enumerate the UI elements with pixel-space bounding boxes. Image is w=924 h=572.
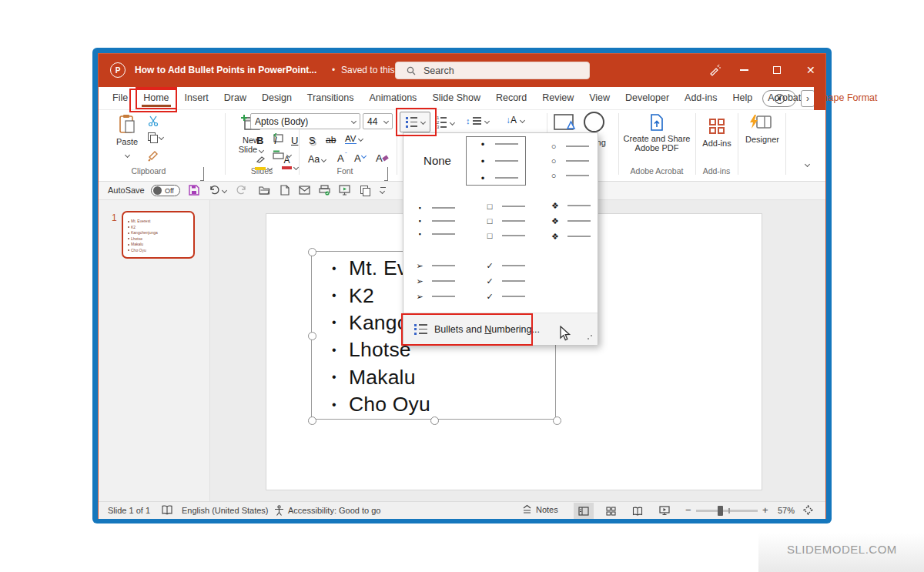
spellcheck-book-icon[interactable]: [162, 505, 172, 515]
laser-pen-icon[interactable]: [708, 64, 721, 76]
strikethrough-button[interactable]: ab: [326, 135, 336, 146]
create-share-pdf-label-line1: Create and Share: [622, 134, 691, 143]
open-button[interactable]: [259, 186, 270, 195]
collapse-ribbon-chevron-icon[interactable]: [805, 162, 810, 167]
search-box[interactable]: Search: [395, 62, 590, 79]
reading-view-button[interactable]: [628, 503, 648, 519]
format-painter-icon: [148, 150, 159, 162]
tab-insert[interactable]: Insert: [177, 87, 216, 109]
zoom-slider-track[interactable]: [696, 510, 758, 512]
change-case-button[interactable]: Aa: [308, 154, 326, 165]
text-direction-button[interactable]: ↓A: [506, 115, 524, 125]
notes-button[interactable]: Notes: [522, 504, 558, 514]
bullet-style-star[interactable]: ❖ ❖ ❖: [542, 196, 602, 246]
list-item: •Cho Oyu: [332, 391, 493, 418]
bullets-button[interactable]: [400, 112, 430, 132]
slide-thumbnail[interactable]: Mt. Everest K2 Kangchenjunga Lhotse Maka…: [122, 211, 195, 259]
print-preview-button[interactable]: [319, 185, 330, 196]
increase-font-button[interactable]: Aˆ: [337, 152, 344, 164]
autosave-toggle[interactable]: Off: [151, 185, 180, 196]
tab-design[interactable]: Design: [254, 87, 300, 109]
bullet-style-hollow-round[interactable]: ○ ○ ○: [537, 136, 598, 186]
ribbon-nav-chevron-button[interactable]: ›: [801, 90, 815, 107]
decrease-font-button[interactable]: A: [354, 152, 361, 164]
bullet-style-filled-round[interactable]: • • •: [466, 136, 526, 186]
record-button[interactable]: [762, 90, 796, 107]
editing-magnifier-icon[interactable]: [584, 112, 604, 132]
font-size-combo[interactable]: 44: [363, 113, 393, 129]
redo-button[interactable]: [236, 185, 246, 196]
close-icon[interactable]: ✕: [806, 65, 815, 75]
bullet-style-hollow-square[interactable]: □ □ □: [477, 196, 537, 246]
tab-slide-show[interactable]: Slide Show: [424, 87, 488, 109]
underline-button[interactable]: U: [291, 135, 298, 146]
tab-add-ins[interactable]: Add-ins: [677, 87, 725, 109]
font-name-combo[interactable]: Aptos (Body): [250, 113, 360, 129]
slideshow-view-button[interactable]: [654, 503, 675, 519]
language-indicator[interactable]: English (United States): [182, 506, 269, 515]
tab-view[interactable]: View: [581, 87, 618, 109]
format-painter-button[interactable]: [148, 150, 159, 165]
slideshow-view-icon: [659, 506, 670, 516]
ribbon-group-designer: Designer: [738, 110, 785, 182]
tab-developer[interactable]: Developer: [618, 87, 677, 109]
qat-more-button[interactable]: [380, 187, 387, 193]
tab-home[interactable]: Home: [136, 87, 176, 109]
resize-handle-bottom-left[interactable]: [308, 416, 316, 425]
zoom-level[interactable]: 57%: [778, 506, 795, 515]
title-separator-dot: •: [332, 65, 335, 75]
slide-sorter-view-button[interactable]: [601, 503, 621, 519]
bold-button[interactable]: B: [256, 135, 263, 146]
undo-button[interactable]: [209, 185, 226, 196]
copy-button[interactable]: [148, 132, 163, 142]
tab-record[interactable]: Record: [488, 87, 534, 109]
addins-button[interactable]: Add-ins: [699, 115, 735, 161]
resize-handle-bottom-right[interactable]: [553, 416, 561, 425]
zoom-in-button[interactable]: +: [762, 504, 768, 516]
bullet-style-check[interactable]: ✓ ✓ ✓: [477, 256, 537, 306]
change-case-chevron-icon: [321, 156, 326, 162]
powerpoint-logo-icon[interactable]: P: [110, 62, 126, 78]
bullet-style-arrow[interactable]: ➢ ➢ ➢: [407, 256, 467, 306]
addins-icon: [709, 119, 725, 134]
bullet-style-none[interactable]: None: [410, 138, 465, 182]
tab-help[interactable]: Help: [725, 87, 760, 109]
text-shadow-button[interactable]: S: [309, 135, 316, 146]
paste-button[interactable]: Paste: [111, 114, 143, 162]
numbering-button[interactable]: 123: [437, 116, 454, 129]
menu-resize-grip[interactable]: [585, 335, 593, 343]
start-slideshow-button[interactable]: [339, 185, 350, 196]
email-button[interactable]: [299, 186, 310, 195]
tab-review[interactable]: Review: [534, 87, 581, 109]
normal-view-button[interactable]: [574, 503, 594, 519]
resize-handle-bottom-mid[interactable]: [430, 416, 439, 425]
tab-transitions[interactable]: Transitions: [300, 87, 362, 109]
designer-button[interactable]: Designer: [741, 115, 784, 161]
clipboard-group-label: Clipboard: [106, 166, 191, 176]
resize-handle-top-left[interactable]: [308, 248, 316, 256]
line-spacing-button[interactable]: ↕: [466, 116, 489, 125]
tab-draw[interactable]: Draw: [216, 87, 254, 109]
create-share-pdf-button[interactable]: Create and Share Adobe PDF: [622, 114, 691, 162]
italic-button[interactable]: I: [274, 135, 277, 146]
font-dialog-launcher[interactable]: [387, 167, 388, 181]
clipboard-dialog-launcher[interactable]: [203, 167, 204, 181]
tab-animations[interactable]: Animations: [362, 87, 425, 109]
zoom-out-button[interactable]: −: [685, 504, 691, 516]
resize-handle-mid-left[interactable]: [308, 332, 316, 340]
new-document-button[interactable]: [280, 185, 290, 196]
bullet-style-filled-square[interactable]: ▪ ▪ ▪: [407, 196, 467, 246]
clear-formatting-button[interactable]: A: [376, 152, 383, 164]
cut-button[interactable]: [148, 115, 159, 129]
increase-caret-icon: ˆ: [345, 151, 347, 158]
accessibility-status[interactable]: Accessibility: Good to go: [288, 506, 380, 515]
zoom-slider-thumb[interactable]: [718, 506, 723, 516]
character-spacing-button[interactable]: AV: [345, 134, 363, 144]
save-button[interactable]: [189, 185, 199, 196]
open-folder-icon: [259, 186, 270, 195]
tab-file[interactable]: File: [105, 87, 136, 109]
fit-to-window-icon[interactable]: [802, 504, 814, 516]
acrobat-group-label: Adobe Acrobat: [618, 166, 695, 176]
maximize-icon[interactable]: [773, 66, 781, 74]
minimize-icon[interactable]: [740, 69, 748, 71]
